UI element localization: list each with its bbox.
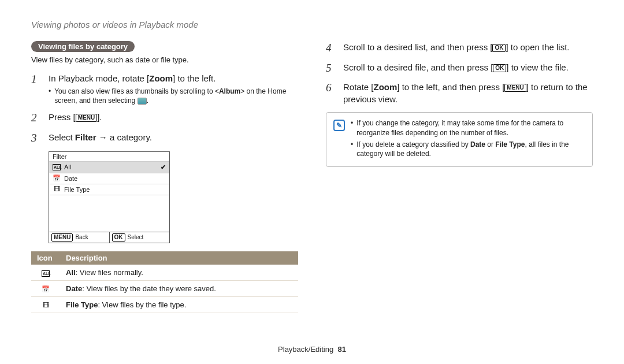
- section-subtitle: View files by category, such as date or …: [31, 55, 298, 64]
- table-row: ALL All: View files normally.: [31, 265, 298, 281]
- note-box: ✎ If you change the category, it may tak…: [326, 112, 593, 167]
- step-4: 4 Scroll to a desired list, and then pre…: [326, 41, 593, 55]
- menu-button-icon: MENU: [76, 114, 97, 122]
- lcd-filter-menu: Filter ALL All ✔ 📅 Date 🎞 File Type MENU…: [49, 151, 170, 243]
- step-number: 2: [31, 111, 42, 125]
- check-icon: ✔: [161, 164, 166, 171]
- step-number: 1: [31, 72, 42, 105]
- lcd-footer: MENUBack OKSelect: [49, 232, 169, 243]
- lcd-title: Filter: [49, 152, 169, 161]
- info-icon: ✎: [333, 120, 345, 131]
- step-6: 6 Rotate [Zoom] to the left, and then pr…: [326, 81, 593, 105]
- lcd-row-all: ALL All ✔: [49, 161, 169, 173]
- step-text: In Playback mode, rotate [: [49, 73, 149, 83]
- step-number: 5: [326, 61, 336, 76]
- all-icon: ALL: [53, 164, 61, 170]
- page-footer: Playback/Editing 81: [0, 345, 624, 354]
- all-icon: ALL: [42, 270, 50, 277]
- note-item: If you change the category, it may take …: [351, 118, 585, 137]
- step-number: 4: [326, 41, 336, 55]
- table-row: 🎞 File Type: View files by the file type…: [31, 296, 298, 313]
- ok-button-icon: OK: [493, 64, 506, 72]
- step-5: 5 Scroll to a desired file, and then pre…: [326, 61, 593, 76]
- ok-button-icon: OK: [492, 44, 506, 52]
- icon-description-table: Icon Description ALL All: View files nor…: [31, 251, 298, 313]
- ok-button-icon: OK: [112, 233, 125, 242]
- page-number: 81: [337, 345, 346, 354]
- step-1-bullet: You can also view files as thumbnails by…: [49, 87, 298, 105]
- step-1: 1 In Playback mode, rotate [Zoom] to the…: [31, 72, 298, 105]
- lcd-row-date: 📅 Date: [49, 173, 169, 184]
- th-icon: Icon: [31, 251, 60, 265]
- step-number: 6: [326, 81, 336, 105]
- film-icon: 🎞: [42, 302, 50, 309]
- right-column: 4 Scroll to a desired list, and then pre…: [326, 41, 593, 313]
- footer-section: Playback/Editing: [278, 345, 333, 354]
- calendar-icon: 📅: [42, 286, 50, 292]
- left-column: Viewing files by category View files by …: [31, 41, 298, 313]
- album-icon: [138, 98, 147, 105]
- menu-button-icon: MENU: [51, 233, 73, 242]
- lcd-row-filetype: 🎞 File Type: [49, 184, 169, 195]
- step-number: 3: [31, 131, 42, 146]
- film-icon: 🎞: [53, 186, 61, 192]
- page-header: Viewing photos or videos in Playback mod…: [31, 20, 593, 29]
- zoom-bold: Zoom: [149, 73, 173, 83]
- section-label: Viewing files by category: [31, 41, 135, 52]
- th-desc: Description: [60, 251, 298, 265]
- step-3: 3 Select Filter → a category.: [31, 131, 298, 146]
- step-2: 2 Press [MENU].: [31, 111, 298, 125]
- menu-button-icon: MENU: [504, 84, 526, 92]
- calendar-icon: 📅: [53, 175, 61, 181]
- table-row: 📅 Date: View files by the date they were…: [31, 280, 298, 296]
- note-item: If you delete a category classified by D…: [351, 140, 585, 158]
